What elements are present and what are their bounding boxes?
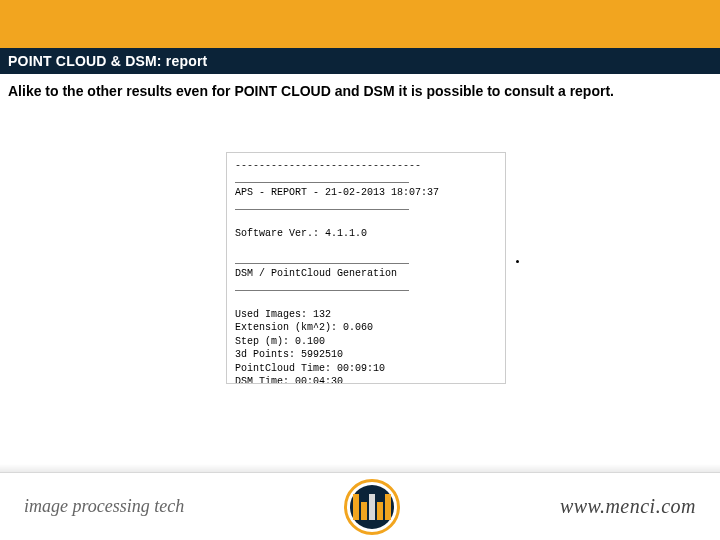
report-line	[235, 213, 497, 227]
footer-tagline: image processing tech	[24, 496, 184, 517]
report-line: Extension (km^2): 0.060	[235, 321, 497, 335]
report-line: Software Ver.: 4.1.1.0	[235, 227, 497, 241]
report-line: -------------------------------	[235, 159, 497, 173]
page-title: POINT CLOUD & DSM: report	[8, 53, 207, 69]
report-line: _____________________________	[235, 173, 497, 187]
footer-url: www.menci.com	[560, 495, 696, 518]
title-bar: POINT CLOUD & DSM: report	[0, 48, 720, 74]
report-line: 3d Points: 5992510	[235, 348, 497, 362]
report-line: Used Images: 132	[235, 308, 497, 322]
decorative-dot	[516, 260, 519, 263]
report-line: _____________________________	[235, 254, 497, 268]
report-line	[235, 294, 497, 308]
footer-bar: image processing tech MENCISOFTWARE www.…	[0, 472, 720, 540]
report-line: PointCloud Time: 00:09:10	[235, 362, 497, 376]
subtitle-row: Alike to the other results even for POIN…	[0, 74, 720, 100]
report-line: APS - REPORT - 21-02-2013 18:07:37	[235, 186, 497, 200]
report-line: DSM Time: 00:04:30	[235, 375, 497, 384]
report-line	[235, 240, 497, 254]
logo-inner	[350, 485, 394, 529]
footer-shadow	[0, 464, 720, 472]
top-accent-bar	[0, 0, 720, 48]
logo-m-icon	[353, 494, 391, 520]
brand-logo: MENCISOFTWARE	[344, 479, 400, 535]
report-panel: ------------------------------- ________…	[226, 152, 506, 384]
subtitle-text: Alike to the other results even for POIN…	[8, 83, 614, 99]
report-line: _____________________________	[235, 281, 497, 295]
report-line: Step (m): 0.100	[235, 335, 497, 349]
report-line: _____________________________	[235, 200, 497, 214]
report-line: DSM / PointCloud Generation	[235, 267, 497, 281]
